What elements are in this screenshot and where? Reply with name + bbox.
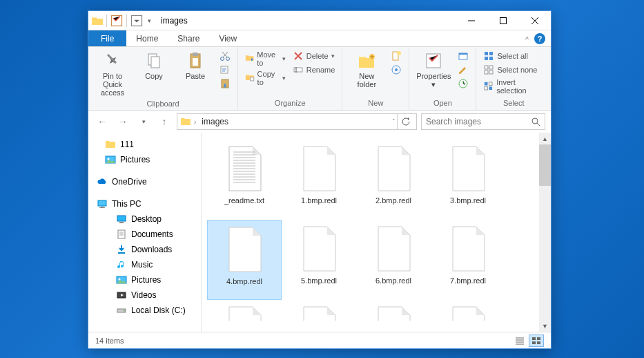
invert-selection-button[interactable]: Invert selection [482,77,545,95]
history-button[interactable] [456,77,470,90]
new-item-button[interactable] [389,50,403,62]
qat-dropdown-icon[interactable] [130,14,144,28]
file-item[interactable]: _readme.txt [207,140,282,220]
svg-rect-43 [99,207,105,208]
refresh-button[interactable] [397,114,413,129]
status-bar: 14 items [88,332,551,348]
svg-rect-35 [485,86,488,90]
copy-to-icon [245,73,255,84]
file-item[interactable]: 2.bmp.redl [356,140,431,220]
paste-shortcut-button[interactable] [218,77,232,90]
scrollbar-vertical[interactable]: ▲ ▼ [539,133,551,332]
nav-item-onedrive[interactable]: OneDrive [88,174,201,189]
select-none-button[interactable]: Select none [482,64,545,76]
separator [106,15,107,27]
invert-icon [483,81,494,92]
file-name-label: 2.bmp.redl [375,196,411,205]
file-item[interactable]: 3.bmp.redl [431,140,505,220]
svg-rect-46 [118,230,125,238]
address-row: ← → ▾ ↑ › images ˅ [88,111,551,133]
nav-item-thispc[interactable]: This PC [88,196,201,211]
view-details-button[interactable] [512,335,527,347]
file-item[interactable] [207,300,282,321]
open-icon [458,50,469,62]
select-all-button[interactable]: Select all [482,50,545,62]
nav-item-pictures[interactable]: Pictures [88,152,201,167]
music-icon [116,259,127,270]
close-button[interactable] [519,11,551,30]
properties-icon [424,51,443,70]
search-input[interactable] [426,117,531,126]
rename-icon [293,64,304,75]
file-item[interactable] [431,300,505,321]
tab-file-label: File [101,34,114,44]
forward-button[interactable]: → [115,113,131,130]
tab-view[interactable]: View [209,30,246,46]
svg-point-12 [226,57,230,61]
nav-item-documents[interactable]: Documents [88,227,201,242]
file-icon [446,224,490,274]
rename-button[interactable]: Rename [291,64,337,76]
file-name-label: 4.bmp.redl [226,277,262,286]
qat-properties-icon[interactable] [110,14,124,28]
maximize-button[interactable] [487,11,519,30]
pin-quick-access-button[interactable]: Pin to Quick access [94,50,131,98]
open-button[interactable] [456,50,470,62]
paste-label: Paste [186,72,205,80]
file-item[interactable]: 4.bmp.redl [207,220,282,300]
history-icon [458,78,469,89]
search-box[interactable] [421,113,545,130]
window-title: images [161,16,188,26]
pictures-icon [105,154,116,165]
minimize-button[interactable] [456,11,487,30]
file-item[interactable]: 1.bmp.redl [282,140,356,220]
view-large-icons-button[interactable] [529,335,544,347]
file-item[interactable] [282,300,356,321]
address-bar[interactable]: › images ˅ [177,113,417,130]
nav-item-localdisk[interactable]: Local Disk (C:) [88,303,201,318]
nav-item-music[interactable]: Music [88,257,201,272]
tab-file[interactable]: File [88,30,126,46]
properties-button[interactable]: Properties ▾ [415,50,452,90]
up-button[interactable]: ↑ [156,113,173,130]
scroll-up-icon[interactable]: ▲ [539,133,551,144]
file-icon [371,144,416,194]
copy-to-button[interactable]: Copy to▾ [244,69,287,87]
nav-item-111[interactable]: 111 [88,137,201,152]
svg-rect-42 [101,207,104,207]
nav-item-videos[interactable]: Videos [88,288,201,303]
nav-item-pictures2[interactable]: Pictures [88,272,201,288]
file-icon [222,144,266,194]
ribbon-collapse-icon[interactable]: ㅅ [524,34,530,43]
file-item[interactable]: 5.bmp.redl [282,220,356,300]
edit-button[interactable] [456,64,470,76]
group-clipboard: Pin to Quick access Copy Paste Clipboard [88,47,238,110]
scroll-down-icon[interactable]: ▼ [539,320,551,332]
move-to-button[interactable]: Move to▾ [244,50,287,68]
copy-button[interactable]: Copy [135,50,173,82]
back-button[interactable]: ← [94,113,110,130]
breadcrumb-segment[interactable]: images [199,117,231,126]
file-icon [446,144,490,194]
new-folder-button[interactable]: New folder [348,50,385,90]
delete-button[interactable]: Delete▾ [291,50,337,62]
scroll-thumb[interactable] [539,144,551,186]
help-icon[interactable]: ? [534,33,545,44]
tab-home[interactable]: Home [126,30,168,46]
svg-rect-15 [251,77,254,81]
copy-path-button[interactable] [218,64,232,76]
svg-rect-33 [485,82,488,86]
nav-item-desktop[interactable]: Desktop [88,211,201,227]
recent-dropdown[interactable]: ▾ [135,113,152,130]
easy-access-button[interactable] [389,64,403,76]
qat-chevron-icon[interactable]: ▾ [148,17,151,24]
tab-home-label: Home [136,34,158,44]
tab-share[interactable]: Share [168,30,209,46]
file-item[interactable]: 7.bmp.redl [431,220,505,300]
paste-button[interactable]: Paste [177,50,214,82]
nav-item-downloads[interactable]: Downloads [88,242,201,257]
file-item[interactable]: 6.bmp.redl [356,220,431,300]
address-dropdown-icon[interactable]: ˅ [392,118,396,125]
cut-button[interactable] [218,50,232,62]
file-item[interactable] [356,300,431,321]
